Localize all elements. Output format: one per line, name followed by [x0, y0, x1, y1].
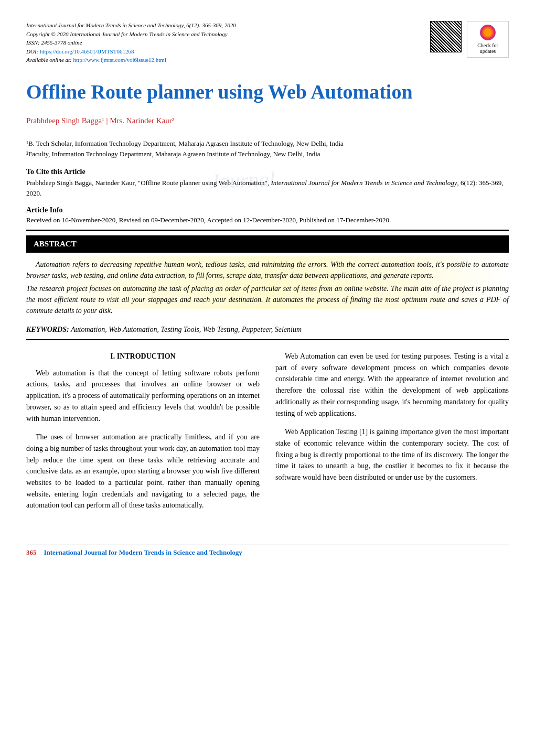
right-p1: Web Automation can even be used for test…: [275, 351, 509, 419]
doi-label: DOI:: [26, 48, 40, 55]
cite-text: Prabhdeep Singh Bagga, Narinder Kaur, "O…: [26, 178, 509, 198]
affiliation-1: ¹B. Tech Scholar, Information Technology…: [26, 138, 509, 149]
divider-top: [26, 230, 509, 231]
keywords-label: KEYWORDS:: [26, 326, 69, 333]
badge-line1: Check for: [477, 42, 498, 48]
journal-name: International Journal for Modern Trends …: [26, 22, 185, 28]
badge-line2: updates: [480, 48, 496, 54]
cite-journal: , International Journal for Modern Trend…: [268, 179, 457, 187]
affiliation-2: ²Faculty, Information Technology Departm…: [26, 149, 509, 160]
column-left: I. INTRODUCTION Web automation is that t…: [26, 351, 260, 519]
crossmark-icon: [480, 25, 496, 40]
available-label: Available online at:: [26, 57, 73, 63]
abstract-heading: ABSTRACT: [26, 235, 509, 253]
issue-info: 6(12): 365-369, 2020: [185, 22, 236, 28]
page-footer: 365 International Journal for Modern Tre…: [26, 545, 509, 557]
page-header: International Journal for Modern Trends …: [26, 21, 509, 64]
divider-bottom: [26, 339, 509, 340]
column-right: Web Automation can even be used for test…: [275, 351, 509, 519]
body-columns: I. INTRODUCTION Web automation is that t…: [26, 351, 509, 519]
watermark-text-2: Trends: [192, 566, 273, 573]
page-number: 365: [26, 548, 37, 557]
keywords-line: KEYWORDS: Automation, Web Automation, Te…: [26, 326, 509, 334]
footer-journal: International Journal for Modern Trends …: [44, 548, 242, 557]
left-p2: The uses of browser automation are pract…: [26, 431, 260, 511]
cite-pre: Prabhdeep Singh Bagga, Narinder Kaur, "O…: [26, 179, 268, 187]
issn-line: ISSN: 2455-3778 online: [26, 38, 236, 47]
article-info-text: Received on 16-November-2020, Revised on…: [26, 216, 509, 224]
affiliations: ¹B. Tech Scholar, Information Technology…: [26, 138, 509, 160]
paper-title: Offline Route planner using Web Automati…: [26, 80, 509, 103]
header-badges: Check for updates: [430, 21, 509, 58]
available-link[interactable]: http://www.ijmtst.com/vol6issue12.html: [73, 57, 166, 63]
abstract-body: Automation refers to decreasing repetiti…: [26, 259, 509, 316]
copyright-line: Copyright © 2020 International Journal f…: [26, 30, 236, 39]
author-list: Prabhdeep Singh Bagga¹ | Mrs. Narinder K…: [26, 116, 509, 125]
right-p2: Web Application Testing [1] is gaining i…: [275, 426, 509, 483]
article-info-heading: Article Info: [26, 206, 509, 214]
keywords-text: Automation, Web Automation, Testing Tool…: [69, 326, 302, 333]
section-heading-intro: I. INTRODUCTION: [26, 351, 260, 362]
abstract-p1: Automation refers to decreasing repetiti…: [26, 259, 509, 281]
header-meta: International Journal for Modern Trends …: [26, 21, 236, 64]
check-updates-badge[interactable]: Check for updates: [467, 21, 509, 58]
abstract-p2: The research project focuses on automati…: [26, 283, 509, 316]
cite-heading: To Cite this Article: [26, 168, 509, 176]
doi-link[interactable]: https://doi.org/10.46501/IJMTST061268: [40, 48, 134, 55]
qr-code-icon[interactable]: [430, 21, 462, 52]
left-p1: Web automation is that the concept of le…: [26, 368, 260, 424]
